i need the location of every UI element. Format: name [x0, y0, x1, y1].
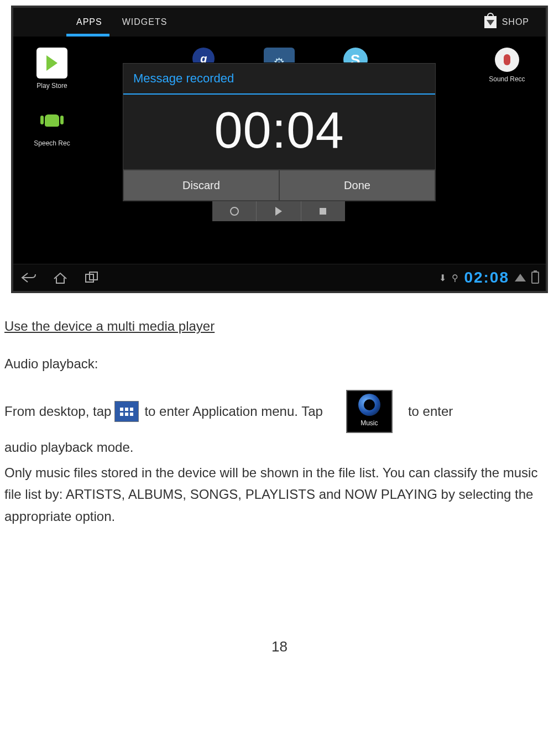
section-heading: Use the device a multi media player	[4, 315, 556, 337]
back-icon[interactable]	[20, 271, 36, 284]
android-icon	[45, 114, 59, 127]
battery-icon	[531, 272, 539, 284]
stop-icon	[320, 208, 326, 215]
done-button[interactable]: Done	[279, 170, 435, 201]
tab-shop[interactable]: SHOP	[502, 8, 529, 37]
tab-widgets[interactable]: WIDGETS	[112, 8, 177, 37]
stop-button[interactable]	[301, 201, 345, 221]
play-icon	[275, 207, 282, 216]
android-screenshot: APPS WIDGETS SHOP Play Store . g ⚙	[11, 6, 548, 293]
subsection-heading: Audio playback:	[4, 353, 556, 375]
app-drawer-tabbar: APPS WIDGETS SHOP	[13, 8, 546, 37]
app-label: Sound Recc	[489, 75, 525, 83]
discard-button[interactable]: Discard	[123, 170, 279, 201]
app-label: Speech Rec	[34, 139, 70, 147]
music-icon	[358, 394, 380, 416]
instruction-paragraph-2: Only music files stored in the device wi…	[4, 462, 556, 528]
system-navbar: ⬇ ⚲ 02:08	[13, 264, 546, 291]
music-icon-label: Music	[361, 418, 378, 429]
play-store-icon	[46, 55, 58, 71]
music-app-icon: Music	[346, 390, 393, 433]
app-grid-icon	[114, 401, 139, 422]
text-fragment: to enter	[408, 400, 453, 423]
app-play-store[interactable]: Play Store	[30, 48, 74, 90]
status-clock: 02:08	[464, 269, 509, 286]
text-fragment: to enter Application menu. Tap	[144, 400, 322, 423]
app-speech-rec[interactable]: Speech Rec	[30, 105, 74, 147]
app-label: Play Store	[36, 82, 67, 90]
wifi-icon	[515, 274, 526, 281]
tab-apps[interactable]: APPS	[66, 8, 112, 37]
instruction-line-1: From desktop, tap to enter Application m…	[4, 390, 556, 433]
dialog-timer: 00:04	[123, 95, 435, 169]
instruction-line-2: audio playback mode.	[4, 436, 556, 458]
play-button[interactable]	[257, 201, 301, 221]
download-icon: ⬇	[439, 273, 446, 283]
shop-bag-icon[interactable]	[484, 16, 497, 28]
app-sound-recorder[interactable]: Sound Recc	[485, 48, 529, 90]
record-button[interactable]	[212, 201, 257, 221]
recent-apps-icon[interactable]	[84, 271, 101, 284]
record-icon	[230, 207, 239, 216]
page-number: 18	[3, 638, 556, 677]
usb-debug-icon: ⚲	[452, 273, 458, 283]
dialog-title: Message recorded	[123, 64, 435, 95]
document-body: Use the device a multi media player Audi…	[3, 315, 556, 528]
tab-active-underline	[66, 34, 109, 37]
mic-icon	[495, 48, 519, 72]
recorder-transport	[212, 201, 345, 221]
home-icon[interactable]	[52, 271, 69, 284]
text-fragment: From desktop, tap	[4, 400, 111, 423]
message-recorded-dialog: Message recorded 00:04 Discard Done	[123, 63, 436, 201]
